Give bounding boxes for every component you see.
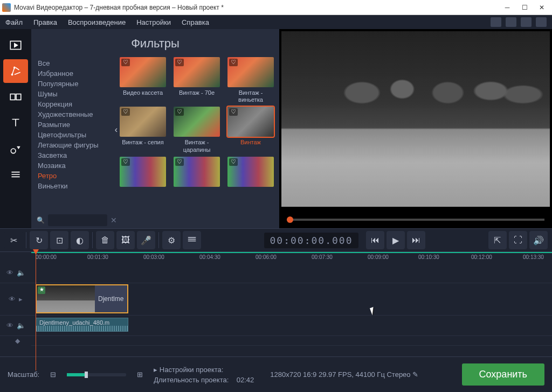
zoom-out-icon[interactable]: ⊟	[50, 370, 56, 379]
color-button[interactable]: ◐	[71, 231, 89, 249]
film-icon: ▸	[19, 295, 23, 303]
more-tab[interactable]	[3, 163, 28, 186]
stickers-tab[interactable]	[3, 137, 28, 160]
heart-icon[interactable]: ♡	[121, 59, 130, 66]
search-input[interactable]	[48, 214, 107, 226]
video-track[interactable]: 👁▸ ★ Djentlmе	[0, 283, 552, 316]
heart-icon[interactable]: ♡	[175, 108, 184, 116]
cat-flying[interactable]: Летающие фигуры	[38, 140, 116, 150]
zoom-in-icon[interactable]: ⊞	[137, 370, 143, 379]
preview-video[interactable]	[281, 31, 550, 207]
menu-help[interactable]: Справка	[182, 18, 209, 26]
popout-button[interactable]: ⇱	[488, 231, 507, 249]
eye-icon[interactable]: 👁	[9, 295, 16, 303]
audio-track[interactable]: 👁🔈 Djentlmeny_udachi_480.m	[0, 316, 552, 336]
menubar: Файл Правка Воспроизведение Настройки Сп…	[0, 15, 552, 29]
ruler-tick: 00:04:30	[199, 254, 220, 260]
audio-clip[interactable]: Djentlmeny_udachi_480.m	[36, 318, 128, 332]
collapse-categories-icon[interactable]: ‹	[115, 125, 118, 135]
cat-light[interactable]: Засветка	[38, 150, 116, 160]
equalizer-button[interactable]: 𝍢	[183, 231, 201, 249]
prev-button[interactable]: ⏮	[366, 231, 384, 249]
crop-button[interactable]: ⊡	[50, 231, 68, 249]
filter-item[interactable]: ♡	[227, 157, 274, 187]
media-tab[interactable]	[3, 33, 28, 57]
overlay-track[interactable]: 👁🔈	[0, 263, 552, 283]
cat-colorfilters[interactable]: Цветофильтры	[38, 130, 116, 140]
speaker-icon[interactable]: 🔈	[17, 269, 25, 277]
youtube-icon[interactable]	[491, 17, 501, 27]
share-icon[interactable]	[536, 17, 547, 27]
zoom-slider[interactable]	[67, 373, 126, 376]
filter-item[interactable]: ♡	[120, 157, 166, 187]
duration-label: Длительность проекта:	[154, 376, 229, 384]
close-button[interactable]: ✕	[538, 4, 546, 11]
heart-icon[interactable]: ♡	[229, 158, 238, 166]
minimize-button[interactable]: ─	[503, 4, 511, 11]
cut-button[interactable]: ✂	[4, 231, 23, 249]
rotate-button[interactable]: ↻	[30, 231, 48, 249]
mic-button[interactable]: 🎤	[137, 231, 155, 249]
menu-file[interactable]: Файл	[5, 18, 23, 26]
eye-icon[interactable]: 👁	[6, 321, 13, 330]
preview-scrubber[interactable]	[287, 219, 544, 221]
play-button[interactable]: ▶	[387, 231, 405, 249]
marker-track[interactable]: ◆	[31, 336, 552, 346]
next-button[interactable]: ⏭	[407, 231, 425, 249]
heart-icon[interactable]: ♡	[121, 108, 130, 116]
category-list: Все Избранное Популярные Шумы Коррекция …	[31, 55, 116, 228]
cat-artistic[interactable]: Художественные	[38, 109, 116, 120]
heart-icon[interactable]: ♡	[229, 108, 238, 116]
edit-icon[interactable]: ✎	[412, 370, 418, 379]
image-button[interactable]: 🖼	[116, 231, 135, 249]
delete-button[interactable]: 🗑	[96, 231, 114, 249]
menu-settings[interactable]: Настройки	[136, 18, 171, 26]
cat-correction[interactable]: Коррекция	[38, 99, 116, 109]
volume-button[interactable]: 🔊	[529, 231, 548, 249]
filters-tab[interactable]	[3, 59, 28, 83]
clear-search-icon[interactable]: ✕	[111, 216, 117, 225]
save-button[interactable]: Сохранить	[462, 363, 544, 386]
fullscreen-button[interactable]: ⛶	[509, 231, 527, 249]
filter-item[interactable]: ♡Видео кассета	[120, 57, 166, 103]
filter-item[interactable]: ♡Винтаж - царапины	[174, 107, 220, 153]
cat-vignettes[interactable]: Виньетки	[38, 181, 116, 191]
titles-tab[interactable]	[3, 111, 28, 135]
filter-item[interactable]: ♡Винтаж - сепия	[120, 107, 166, 153]
cat-all[interactable]: Все	[38, 58, 116, 68]
cat-retro[interactable]: Ретро	[38, 171, 116, 181]
heart-icon[interactable]: ♡	[175, 59, 184, 66]
cat-blur[interactable]: Размытие	[38, 120, 116, 130]
filter-item[interactable]: ♡Винтаж	[227, 107, 274, 153]
menu-playback[interactable]: Воспроизведение	[68, 18, 126, 26]
cat-mosaic[interactable]: Мозаика	[38, 160, 116, 171]
ok-icon[interactable]	[506, 17, 516, 27]
timeline-ruler[interactable]: 00:00:00 00:01:30 00:03:00 00:04:30 00:0…	[31, 252, 552, 263]
eye-icon[interactable]: 👁	[6, 269, 13, 277]
ruler-tick: 00:13:30	[523, 254, 544, 260]
filter-item[interactable]: ♡Винтаж - виньетка	[227, 57, 274, 103]
maximize-button[interactable]: ☐	[521, 4, 528, 11]
heart-icon[interactable]: ♡	[229, 59, 238, 66]
scrub-handle[interactable]	[287, 216, 293, 223]
video-clip[interactable]: ★ Djentlmе	[36, 284, 128, 313]
cat-popular[interactable]: Популярные	[38, 79, 116, 89]
playhead[interactable]	[36, 252, 36, 370]
clip-label: Djentlmе	[95, 285, 127, 312]
settings-button[interactable]: ⚙	[162, 231, 181, 249]
heart-icon[interactable]: ♡	[121, 158, 130, 166]
filter-grid: ♡Видео кассета ♡Винтаж - 70е ♡Винтаж - в…	[116, 55, 279, 228]
speaker-icon[interactable]: 🔈	[17, 321, 25, 330]
vk-icon[interactable]	[521, 17, 532, 27]
marker-icon[interactable]: ◆	[15, 337, 20, 345]
filter-item[interactable]: ♡Винтаж - 70е	[174, 57, 220, 103]
menu-edit[interactable]: Правка	[33, 18, 57, 26]
svg-rect-4	[16, 94, 21, 100]
transitions-tab[interactable]	[3, 85, 28, 109]
cat-noise[interactable]: Шумы	[38, 89, 116, 99]
filter-item[interactable]: ♡	[174, 157, 220, 187]
cat-fav[interactable]: Избранное	[38, 68, 116, 79]
ruler-tick: 00:07:30	[312, 254, 333, 260]
duration-value: 02:42	[237, 376, 254, 384]
heart-icon[interactable]: ♡	[175, 158, 184, 166]
